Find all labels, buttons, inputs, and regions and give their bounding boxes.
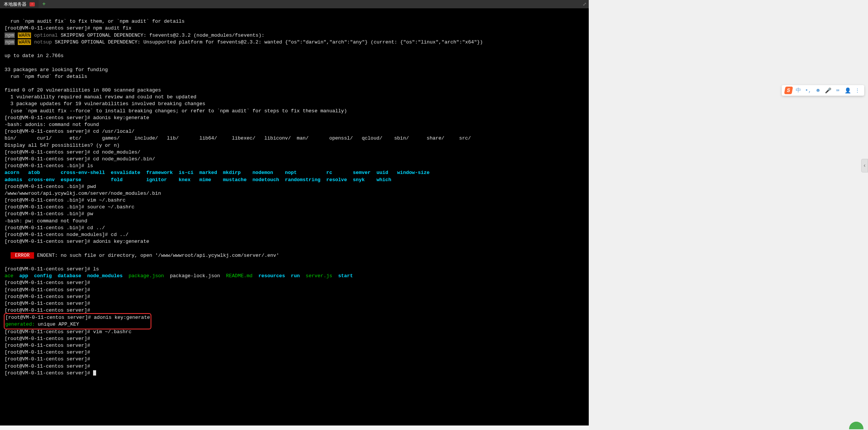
ls-item: start — [338, 273, 353, 279]
command: ls — [93, 266, 99, 272]
prompt: [root@VM-0-11-centos server]# — [5, 280, 93, 286]
generated-label: generated: — [5, 321, 35, 327]
prompt: [root@VM-0-11-centos node_modules]# — [5, 232, 111, 238]
output-line: run `npm audit fix` to fix them, or `npm… — [5, 19, 185, 24]
terminal-window: 本地服务器 × + ⤢ run `npm audit fix` to fix t… — [0, 0, 589, 430]
command: cd node_modules/.bin/ — [93, 156, 155, 162]
prompt: [root@VM-0-11-centos server]# — [5, 115, 93, 121]
output-line: SKIPPING OPTIONAL DEPENDENCY: fsevents@2… — [58, 33, 264, 38]
output-line: (use `npm audit fix --force` to install … — [5, 108, 347, 114]
output-line: Display all 547 possibilities? (y or n) — [5, 143, 120, 148]
prompt: [root@VM-0-11-centos .bin]# — [5, 197, 87, 203]
output-line: run `npm fund` for details — [5, 74, 87, 79]
tab-add-button[interactable]: + — [39, 1, 49, 7]
command: pwd — [87, 184, 96, 189]
ls-item: resources — [258, 273, 285, 279]
command: ls — [87, 163, 93, 169]
command: vim ~/.bashrc — [93, 329, 131, 335]
ls-item: package-lock.json — [170, 273, 220, 279]
ime-voice-button[interactable]: 🎤 — [824, 87, 832, 94]
command: cd /usr/local/ — [93, 129, 134, 134]
prompt: [root@VM-0-11-centos server]# — [5, 301, 93, 306]
ls-output-row: acorn atob cross-env-shell esvalidate fr… — [5, 170, 429, 175]
ls-item: package.json — [129, 273, 164, 279]
output-line: ENOENT: no such file or directory, open … — [34, 253, 279, 258]
prompt: [root@VM-0-11-centos server]# — [5, 307, 93, 313]
ime-user-button[interactable]: 👤 — [844, 87, 851, 94]
error-badge: ERROR — [11, 252, 34, 259]
output-line: /www/wwwroot/api.ycywlkj.com/server/node… — [5, 191, 161, 196]
prompt: [root@VM-0-11-centos server]# — [5, 363, 93, 369]
command: adonis key:generate — [93, 115, 149, 121]
tab-close-button[interactable]: × — [30, 2, 35, 6]
warn-tag: WARN — [18, 33, 31, 38]
output-line: bin/ curl/ etc/ games/ include/ lib/ lib… — [5, 135, 471, 141]
ime-lang-button[interactable]: 中 — [795, 87, 802, 94]
ime-emoji-button[interactable]: ☻ — [814, 87, 822, 94]
command: adonis key:generate — [93, 239, 149, 244]
prompt: [root@VM-0-11-centos .bin]# — [5, 184, 87, 189]
command: pw — [87, 211, 93, 217]
tab-title: 本地服务器 — [4, 1, 26, 8]
status-indicator-icon[interactable] — [849, 422, 863, 429]
cursor-icon — [93, 370, 96, 376]
prompt: [root@VM-0-11-centos server]# — [5, 239, 93, 244]
prompt: [root@VM-0-11-centos server]# — [5, 25, 93, 31]
ls-item: node_modules — [87, 273, 123, 279]
ime-punctuation-button[interactable]: •, — [804, 87, 812, 94]
ls-item: database — [58, 273, 81, 279]
output-line: 33 packages are looking for funding — [5, 67, 108, 73]
prompt: [root@VM-0-11-centos server]# — [5, 370, 93, 376]
tab-local-server[interactable]: 本地服务器 × — [0, 0, 39, 8]
prompt: [root@VM-0-11-centos server]# — [5, 356, 93, 362]
ls-item: ace — [5, 273, 13, 279]
ls-item: README.md — [226, 273, 252, 279]
prompt: [root@VM-0-11-centos server]# — [5, 149, 93, 155]
prompt: [root@VM-0-11-centos server]# — [5, 349, 93, 355]
output-line: fixed 0 of 20 vulnerabilities in 800 sca… — [5, 87, 161, 93]
side-panel-toggle[interactable]: ‹ — [861, 159, 868, 172]
terminal-output[interactable]: run `npm audit fix` to fix them, or `npm… — [0, 8, 589, 387]
prompt: [root@VM-0-11-centos server]# — [5, 129, 93, 134]
ime-keyboard-button[interactable]: ⌨ — [834, 87, 842, 94]
prompt: [root@VM-0-11-centos server]# — [5, 294, 93, 300]
scrollbar-horizontal[interactable] — [0, 425, 589, 430]
warn-tag: WARN — [18, 39, 31, 45]
ime-logo-icon[interactable]: S — [784, 87, 793, 94]
highlight-box: [root@VM-0-11-centos server]# adonis key… — [4, 313, 151, 329]
output-line: 1 vulnerability required manual review a… — [5, 94, 196, 100]
tab-bar: 本地服务器 × + — [0, 0, 589, 8]
output-line: 3 package updates for 19 vulnerabilities… — [5, 101, 205, 107]
output-line: up to date in 2.766s — [5, 53, 64, 59]
ls-item: app — [19, 273, 28, 279]
command: source ~/.bashrc — [87, 204, 134, 210]
optional-tag: optional — [34, 33, 58, 38]
ls-item: run — [291, 273, 300, 279]
notsup-tag: notsup — [34, 39, 52, 45]
ime-settings-button[interactable]: ⋮ — [854, 87, 861, 94]
ls-output-row: adonis cross-env esparse fold ignitor kn… — [5, 177, 391, 183]
prompt: [root@VM-0-11-centos .bin]# — [5, 211, 87, 217]
ls-item: config — [34, 273, 52, 279]
npm-tag: npm — [5, 39, 15, 45]
ls-item: server.js — [306, 273, 332, 279]
prompt: [root@VM-0-11-centos .bin]# — [5, 225, 87, 231]
command: cd node_modules/ — [93, 149, 140, 155]
expand-icon[interactable]: ⤢ — [583, 2, 586, 7]
prompt: [root@VM-0-11-centos server]# — [5, 287, 93, 293]
prompt: [root@VM-0-11-centos .bin]# — [5, 204, 87, 210]
command: vim ~/.bashrc — [87, 197, 125, 203]
command: npm audit fix — [93, 25, 131, 31]
npm-tag: npm — [5, 33, 15, 38]
command: adonis key:generate — [94, 315, 150, 320]
output-line: -bash: pw: command not found — [5, 218, 87, 224]
prompt: [root@VM-0-11-centos server]# — [5, 315, 94, 320]
command: cd ../ — [111, 232, 129, 238]
ime-toolbar[interactable]: S 中 •, ☻ 🎤 ⌨ 👤 ⋮ — [782, 85, 864, 96]
command: cd ../ — [87, 225, 105, 231]
prompt: [root@VM-0-11-centos server]# — [5, 156, 93, 162]
output-line: SKIPPING OPTIONAL DEPENDENCY: Unsupporte… — [52, 39, 483, 45]
prompt: [root@VM-0-11-centos server]# — [5, 329, 93, 335]
prompt: [root@VM-0-11-centos server]# — [5, 343, 93, 348]
prompt: [root@VM-0-11-centos .bin]# — [5, 163, 87, 169]
